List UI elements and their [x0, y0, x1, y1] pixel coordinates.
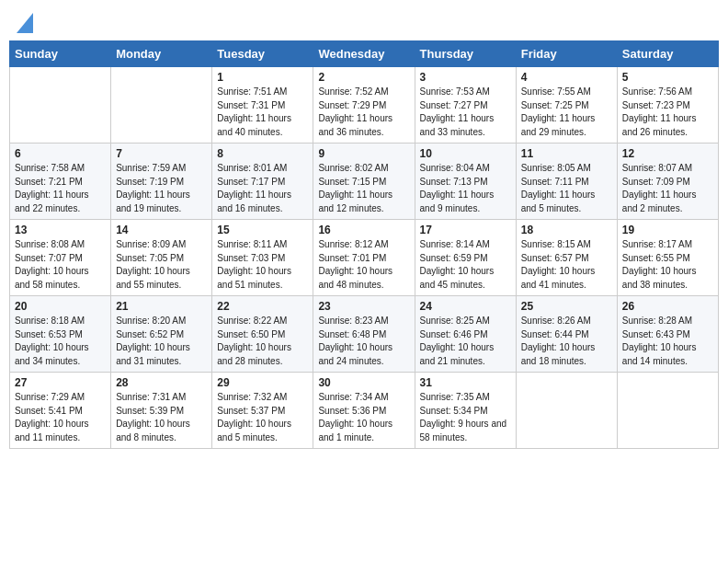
day-number: 18	[521, 224, 612, 236]
logo-text-block	[15, 13, 33, 29]
calendar-cell: 5Sunrise: 7:56 AMSunset: 7:23 PMDaylight…	[617, 67, 718, 144]
day-number: 11	[521, 147, 612, 160]
calendar-cell: 14Sunrise: 8:09 AMSunset: 7:05 PMDayligh…	[111, 220, 212, 296]
day-number: 9	[318, 147, 409, 160]
calendar-cell: 11Sunrise: 8:05 AMSunset: 7:11 PMDayligh…	[516, 144, 617, 220]
cell-info: Sunrise: 7:34 AMSunset: 5:36 PMDaylight:…	[318, 391, 409, 444]
cell-info: Sunrise: 7:32 AMSunset: 5:37 PMDaylight:…	[217, 391, 308, 444]
day-number: 25	[521, 300, 612, 313]
cell-info: Sunrise: 8:11 AMSunset: 7:03 PMDaylight:…	[217, 238, 308, 292]
cell-info: Sunrise: 8:22 AMSunset: 6:50 PMDaylight:…	[217, 315, 308, 368]
cell-info: Sunrise: 8:23 AMSunset: 6:48 PMDaylight:…	[318, 315, 409, 368]
calendar-cell: 29Sunrise: 7:32 AMSunset: 5:37 PMDayligh…	[212, 373, 313, 449]
day-number: 20	[15, 300, 106, 313]
day-number: 16	[318, 224, 409, 236]
cell-info: Sunrise: 7:58 AMSunset: 7:21 PMDaylight:…	[15, 162, 106, 215]
cell-info: Sunrise: 8:18 AMSunset: 6:53 PMDaylight:…	[15, 315, 106, 368]
cell-info: Sunrise: 8:05 AMSunset: 7:11 PMDaylight:…	[521, 162, 612, 215]
cell-info: Sunrise: 8:12 AMSunset: 7:01 PMDaylight:…	[318, 238, 409, 292]
logo-triangle-icon	[17, 13, 33, 33]
cell-info: Sunrise: 8:04 AMSunset: 7:13 PMDaylight:…	[420, 162, 511, 215]
day-number: 6	[15, 147, 106, 160]
page-header	[9, 9, 719, 33]
week-row-1: 1Sunrise: 7:51 AMSunset: 7:31 PMDaylight…	[10, 67, 719, 144]
col-header-tuesday: Tuesday	[212, 41, 313, 67]
calendar-cell: 27Sunrise: 7:29 AMSunset: 5:41 PMDayligh…	[10, 373, 111, 449]
col-header-saturday: Saturday	[617, 41, 718, 67]
day-number: 4	[521, 71, 612, 84]
calendar-cell: 23Sunrise: 8:23 AMSunset: 6:48 PMDayligh…	[313, 296, 415, 373]
cell-info: Sunrise: 7:31 AMSunset: 5:39 PMDaylight:…	[116, 391, 207, 444]
calendar-cell: 24Sunrise: 8:25 AMSunset: 6:46 PMDayligh…	[415, 296, 516, 373]
day-number: 15	[217, 224, 308, 236]
day-number: 8	[217, 147, 308, 160]
week-row-4: 20Sunrise: 8:18 AMSunset: 6:53 PMDayligh…	[10, 296, 719, 373]
calendar-cell: 25Sunrise: 8:26 AMSunset: 6:44 PMDayligh…	[516, 296, 617, 373]
calendar-cell: 13Sunrise: 8:08 AMSunset: 7:07 PMDayligh…	[10, 220, 111, 296]
calendar-table: SundayMondayTuesdayWednesdayThursdayFrid…	[9, 40, 719, 449]
day-number: 24	[420, 300, 511, 313]
calendar-cell: 6Sunrise: 7:58 AMSunset: 7:21 PMDaylight…	[10, 144, 111, 220]
cell-info: Sunrise: 8:15 AMSunset: 6:57 PMDaylight:…	[521, 238, 612, 292]
cell-info: Sunrise: 8:28 AMSunset: 6:43 PMDaylight:…	[622, 315, 713, 368]
day-number: 22	[217, 300, 308, 313]
cell-info: Sunrise: 7:59 AMSunset: 7:19 PMDaylight:…	[116, 162, 207, 215]
cell-info: Sunrise: 8:25 AMSunset: 6:46 PMDaylight:…	[420, 315, 511, 368]
day-number: 7	[116, 147, 207, 160]
day-number: 1	[217, 71, 308, 84]
day-number: 2	[318, 71, 409, 84]
calendar-cell	[617, 373, 718, 449]
cell-info: Sunrise: 8:02 AMSunset: 7:15 PMDaylight:…	[318, 162, 409, 215]
calendar-cell: 22Sunrise: 8:22 AMSunset: 6:50 PMDayligh…	[212, 296, 313, 373]
calendar-cell	[111, 67, 212, 144]
day-number: 27	[15, 376, 106, 389]
calendar-cell: 4Sunrise: 7:55 AMSunset: 7:25 PMDaylight…	[516, 67, 617, 144]
day-number: 28	[116, 376, 207, 389]
cell-info: Sunrise: 8:07 AMSunset: 7:09 PMDaylight:…	[622, 162, 713, 215]
cell-info: Sunrise: 7:55 AMSunset: 7:25 PMDaylight:…	[521, 86, 612, 139]
cell-info: Sunrise: 8:26 AMSunset: 6:44 PMDaylight:…	[521, 315, 612, 368]
logo	[15, 13, 33, 29]
calendar-cell: 17Sunrise: 8:14 AMSunset: 6:59 PMDayligh…	[415, 220, 516, 296]
calendar-cell: 28Sunrise: 7:31 AMSunset: 5:39 PMDayligh…	[111, 373, 212, 449]
calendar-cell	[10, 67, 111, 144]
calendar-cell: 21Sunrise: 8:20 AMSunset: 6:52 PMDayligh…	[111, 296, 212, 373]
day-number: 5	[622, 71, 713, 84]
cell-info: Sunrise: 8:14 AMSunset: 6:59 PMDaylight:…	[420, 238, 511, 292]
calendar-cell: 16Sunrise: 8:12 AMSunset: 7:01 PMDayligh…	[313, 220, 415, 296]
day-number: 14	[116, 224, 207, 236]
day-number: 12	[622, 147, 713, 160]
cell-info: Sunrise: 7:52 AMSunset: 7:29 PMDaylight:…	[318, 86, 409, 139]
calendar-cell: 19Sunrise: 8:17 AMSunset: 6:55 PMDayligh…	[617, 220, 718, 296]
week-row-2: 6Sunrise: 7:58 AMSunset: 7:21 PMDaylight…	[10, 144, 719, 220]
svg-marker-0	[17, 13, 33, 33]
cell-info: Sunrise: 7:29 AMSunset: 5:41 PMDaylight:…	[15, 391, 106, 444]
day-number: 21	[116, 300, 207, 313]
cell-info: Sunrise: 7:53 AMSunset: 7:27 PMDaylight:…	[420, 86, 511, 139]
day-number: 30	[318, 376, 409, 389]
col-header-monday: Monday	[111, 41, 212, 67]
day-number: 29	[217, 376, 308, 389]
week-row-5: 27Sunrise: 7:29 AMSunset: 5:41 PMDayligh…	[10, 373, 719, 449]
day-number: 10	[420, 147, 511, 160]
day-number: 31	[420, 376, 511, 389]
cell-info: Sunrise: 7:35 AMSunset: 5:34 PMDaylight:…	[420, 391, 511, 444]
calendar-cell: 7Sunrise: 7:59 AMSunset: 7:19 PMDaylight…	[111, 144, 212, 220]
col-header-wednesday: Wednesday	[313, 41, 415, 67]
day-number: 19	[622, 224, 713, 236]
calendar-cell: 15Sunrise: 8:11 AMSunset: 7:03 PMDayligh…	[212, 220, 313, 296]
calendar-cell: 12Sunrise: 8:07 AMSunset: 7:09 PMDayligh…	[617, 144, 718, 220]
calendar-cell: 10Sunrise: 8:04 AMSunset: 7:13 PMDayligh…	[415, 144, 516, 220]
header-row: SundayMondayTuesdayWednesdayThursdayFrid…	[10, 41, 719, 67]
cell-info: Sunrise: 8:20 AMSunset: 6:52 PMDaylight:…	[116, 315, 207, 368]
calendar-cell: 18Sunrise: 8:15 AMSunset: 6:57 PMDayligh…	[516, 220, 617, 296]
day-number: 26	[622, 300, 713, 313]
calendar-cell: 1Sunrise: 7:51 AMSunset: 7:31 PMDaylight…	[212, 67, 313, 144]
day-number: 13	[15, 224, 106, 236]
calendar-cell	[516, 373, 617, 449]
day-number: 17	[420, 224, 511, 236]
calendar-cell: 2Sunrise: 7:52 AMSunset: 7:29 PMDaylight…	[313, 67, 415, 144]
cell-info: Sunrise: 7:51 AMSunset: 7:31 PMDaylight:…	[217, 86, 308, 139]
col-header-sunday: Sunday	[10, 41, 111, 67]
week-row-3: 13Sunrise: 8:08 AMSunset: 7:07 PMDayligh…	[10, 220, 719, 296]
